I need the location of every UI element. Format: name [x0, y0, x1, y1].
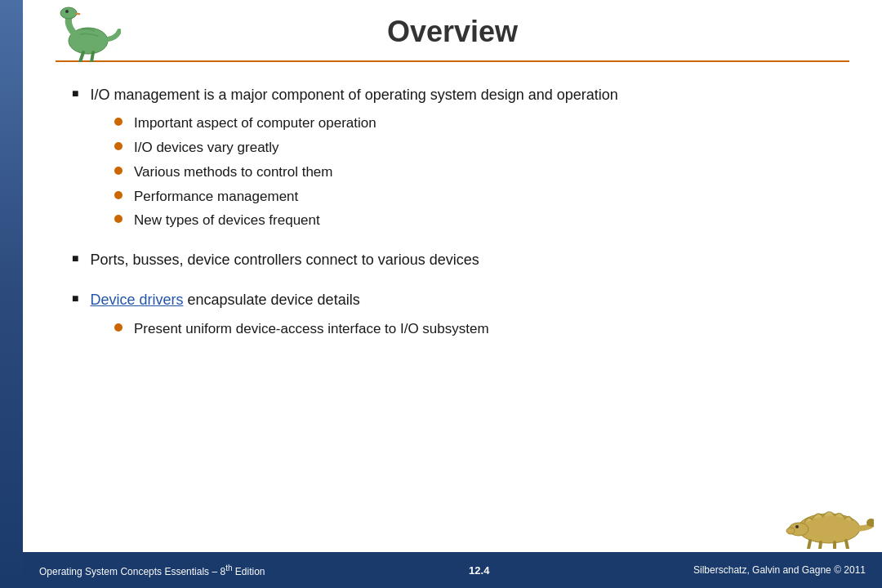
sub-bullets-1: Important aspect of computer operation I…: [114, 114, 833, 230]
svg-point-1: [60, 7, 77, 19]
header: Overview: [23, 0, 882, 62]
sub-bullet-icon-1-2: [114, 142, 122, 150]
sub-bullet-text-1-2: I/O devices vary greatly: [134, 138, 279, 158]
sub-bullet-3-1: Present uniform device-access interface …: [114, 319, 833, 339]
sub-bullet-icon-1-4: [114, 191, 122, 199]
sub-bullet-1-3: Various methods to control them: [114, 163, 833, 182]
sub-bullet-icon-3-1: [114, 323, 122, 332]
svg-point-6: [795, 525, 799, 528]
sub-bullet-text-3-1: Present uniform device-access interface …: [134, 319, 489, 339]
main-bullet-1: ■ I/O management is a major component of…: [72, 85, 833, 105]
footer-page-number: 12.4: [469, 564, 489, 577]
sub-bullets-3: Present uniform device-access interface …: [114, 319, 833, 339]
main-bullet-icon-2: ■: [72, 252, 78, 265]
sub-bullet-text-1-1: Important aspect of computer operation: [134, 114, 376, 133]
main-bullet-text-3: Device drivers encapsulate device detail…: [90, 290, 359, 310]
main-bullet-icon-1: ■: [72, 87, 78, 100]
sub-bullet-icon-1-5: [114, 215, 122, 223]
main-content: Overview ■ I/O management is a major com…: [23, 0, 882, 588]
sub-bullet-icon-1-3: [114, 167, 122, 175]
sub-bullet-1-1: Important aspect of computer operation: [114, 114, 833, 133]
main-bullet-2: ■ Ports, busses, device controllers conn…: [72, 250, 833, 270]
footer-copyright: Silberschatz, Galvin and Gagne © 2011: [693, 564, 866, 576]
main-bullet-text-2: Ports, busses, device controllers connec…: [90, 250, 479, 270]
body-content: ■ I/O management is a major component of…: [23, 62, 882, 374]
sidebar-accent: [0, 0, 23, 588]
sub-bullet-text-1-4: Performance management: [134, 187, 298, 207]
footer-course-title: Operating System Concepts Essentials – 8: [39, 566, 225, 577]
svg-point-2: [65, 10, 69, 13]
svg-point-5: [786, 528, 795, 534]
sub-bullet-text-1-5: New types of devices frequent: [134, 211, 320, 230]
device-drivers-link: Device drivers: [90, 292, 183, 308]
sub-bullet-1-2: I/O devices vary greatly: [114, 138, 833, 158]
footer-left-text: Operating System Concepts Essentials – 8…: [39, 564, 265, 577]
bullet-section-1: ■ I/O management is a major component of…: [72, 85, 833, 230]
footer: Operating System Concepts Essentials – 8…: [23, 552, 882, 588]
main-bullet-icon-3: ■: [72, 292, 78, 305]
page-title: Overview: [56, 15, 849, 49]
header-top: Overview: [56, 15, 849, 56]
sub-bullet-1-4: Performance management: [114, 187, 833, 207]
main-bullet-text-1: I/O management is a major component of o…: [90, 85, 617, 105]
dino-top-icon: [47, 7, 121, 65]
sub-bullet-text-1-3: Various methods to control them: [134, 163, 332, 182]
bullet-section-2: ■ Ports, busses, device controllers conn…: [72, 250, 833, 270]
sub-bullet-1-5: New types of devices frequent: [114, 211, 833, 230]
footer-edition-text: Edition: [232, 566, 265, 577]
header-divider: [56, 60, 849, 62]
main-bullet-3: ■ Device drivers encapsulate device deta…: [72, 290, 833, 310]
dino-bottom-icon: [784, 492, 874, 552]
device-drivers-suffix: encapsulate device details: [184, 292, 360, 308]
sub-bullet-icon-1-1: [114, 118, 122, 126]
bullet-section-3: ■ Device drivers encapsulate device deta…: [72, 290, 833, 338]
